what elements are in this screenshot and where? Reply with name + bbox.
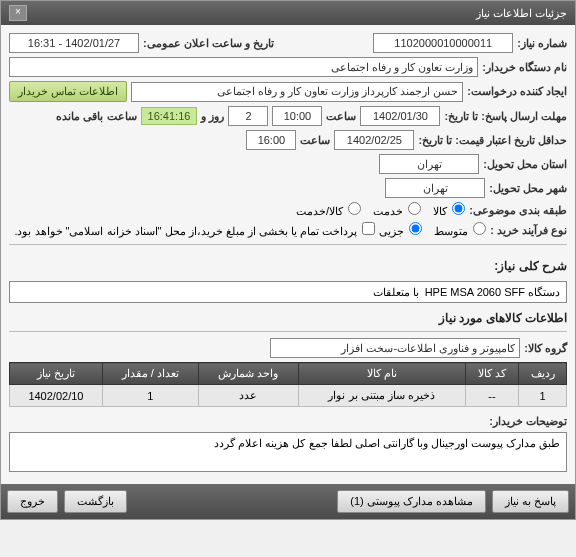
- cat-service-option[interactable]: خدمت: [373, 202, 421, 218]
- title-bar: جزئیات اطلاعات نیاز ×: [1, 1, 575, 25]
- requester-field: [131, 82, 463, 102]
- hour-label-1: ساعت: [326, 110, 356, 123]
- window-title: جزئیات اطلاعات نیاز: [476, 7, 567, 20]
- th-name: نام کالا: [298, 363, 465, 385]
- pt-partial-option[interactable]: جزیی: [379, 222, 422, 238]
- need-details-window: جزئیات اطلاعات نیاز × شماره نیاز: تاریخ …: [0, 0, 576, 520]
- pt-small-radio[interactable]: [473, 222, 486, 235]
- th-unit: واحد شمارش: [198, 363, 298, 385]
- td-row: 1: [519, 385, 567, 407]
- summary-label: شرح کلی نیاز:: [494, 259, 567, 273]
- divider-2: [9, 331, 567, 332]
- attachments-button[interactable]: مشاهده مدارک پیوستی (1): [337, 490, 486, 513]
- group-field: [270, 338, 520, 358]
- requester-label: ایجاد کننده درخواست:: [467, 85, 567, 98]
- remaining-label: ساعت باقی مانده: [56, 110, 136, 123]
- deadline-date-field: [360, 106, 440, 126]
- purchase-type-group: متوسط جزیی: [379, 222, 486, 238]
- pt-small-option[interactable]: متوسط: [434, 222, 486, 238]
- tx-city-label: استان محل تحویل:: [483, 158, 567, 171]
- payment-note-option[interactable]: پرداخت تمام یا بخشی از مبلغ خرید،از محل …: [14, 222, 375, 238]
- group-label: گروه کالا:: [524, 342, 567, 355]
- back-button[interactable]: بازگشت: [64, 490, 127, 513]
- exit-button[interactable]: خروج: [7, 490, 58, 513]
- category-label: طبقه بندی موضوعی:: [469, 204, 567, 217]
- cat-goods-service-option[interactable]: کالا/خدمت: [296, 202, 361, 218]
- summary-field: [9, 281, 567, 303]
- days-count-field: [228, 106, 268, 126]
- dlv-city-field: [385, 178, 485, 198]
- close-icon[interactable]: ×: [9, 5, 27, 21]
- buyer-name-field: [9, 57, 478, 77]
- need-number-field: [373, 33, 513, 53]
- td-qty: 1: [102, 385, 198, 407]
- divider-1: [9, 244, 567, 245]
- validity-label: حداقل تاریخ اعتبار قیمت: تا تاریخ:: [418, 134, 567, 147]
- td-code: --: [465, 385, 519, 407]
- cat-service-radio[interactable]: [408, 202, 421, 215]
- td-unit: عدد: [198, 385, 298, 407]
- remaining-time-badge: 16:41:16: [141, 107, 198, 125]
- validity-date-field: [334, 130, 414, 150]
- hour-label-2: ساعت: [300, 134, 330, 147]
- th-qty: تعداد / مقدار: [102, 363, 198, 385]
- items-table: ردیف کد کالا نام کالا واحد شمارش تعداد /…: [9, 362, 567, 407]
- cat-goods-radio[interactable]: [452, 202, 465, 215]
- th-row: ردیف: [519, 363, 567, 385]
- cat-goods-option[interactable]: کالا: [433, 202, 465, 218]
- purchase-type-label: نوع فرآیند خرید :: [490, 224, 567, 237]
- buyer-notes-label: توضیحات خریدار:: [489, 415, 567, 428]
- days-and-label: روز و: [201, 110, 224, 123]
- pt-partial-radio[interactable]: [409, 222, 422, 235]
- th-date: تاریخ نیاز: [10, 363, 103, 385]
- reply-button[interactable]: پاسخ به نیاز: [492, 490, 569, 513]
- tx-city-field: [379, 154, 479, 174]
- need-number-label: شماره نیاز:: [517, 37, 567, 50]
- table-header-row: ردیف کد کالا نام کالا واحد شمارش تعداد /…: [10, 363, 567, 385]
- contact-buyer-button[interactable]: اطلاعات تماس خریدار: [9, 81, 127, 102]
- buyer-name-label: نام دستگاه خریدار:: [482, 61, 567, 74]
- announce-date-field: [9, 33, 139, 53]
- deadline-hour-field: [272, 106, 322, 126]
- content-area: شماره نیاز: تاریخ و ساعت اعلان عمومی: نا…: [1, 25, 575, 484]
- table-row[interactable]: 1 -- ذخیره ساز مبتنی بر نوار عدد 1 1402/…: [10, 385, 567, 407]
- category-radio-group: کالا خدمت کالا/خدمت: [296, 202, 465, 218]
- dlv-city-label: شهر محل تحویل:: [489, 182, 567, 195]
- announce-date-label: تاریخ و ساعت اعلان عمومی:: [143, 37, 274, 50]
- deadline-label: مهلت ارسال پاسخ: تا تاریخ:: [444, 110, 567, 123]
- buyer-notes-field: طبق مدارک پیوست اورجینال وبا گارانتی اصل…: [9, 432, 567, 472]
- td-date: 1402/02/10: [10, 385, 103, 407]
- validity-hour-field: [246, 130, 296, 150]
- th-code: کد کالا: [465, 363, 519, 385]
- td-name: ذخیره ساز مبتنی بر نوار: [298, 385, 465, 407]
- items-header: اطلاعات کالاهای مورد نیاز: [9, 311, 567, 325]
- button-bar: پاسخ به نیاز مشاهده مدارک پیوستی (1) باز…: [1, 484, 575, 519]
- cat-goods-service-radio[interactable]: [348, 202, 361, 215]
- payment-checkbox[interactable]: [362, 222, 375, 235]
